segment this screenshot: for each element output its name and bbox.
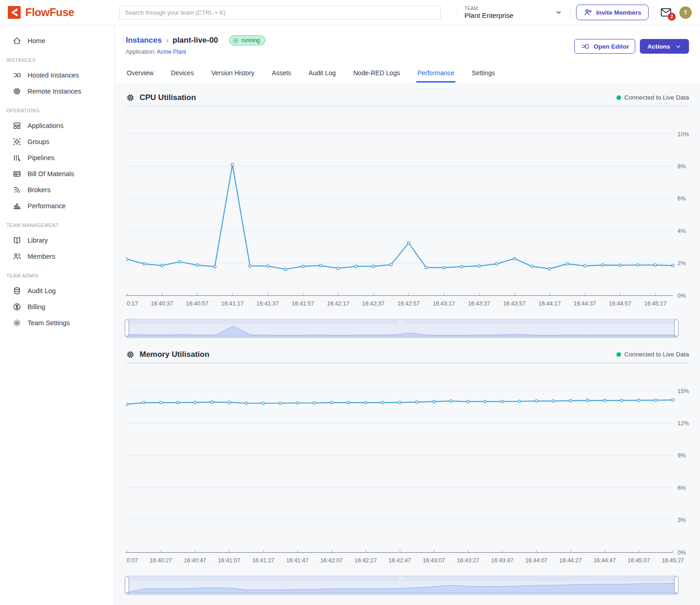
tab-node-red-logs[interactable]: Node-RED Logs	[353, 65, 401, 83]
sidebar-item-team-settings[interactable]: Team Settings	[0, 315, 114, 331]
x-axis-tick-label: 16:40:37	[151, 300, 173, 307]
x-axis-tick-label: 16:41:37	[257, 300, 279, 307]
home-icon	[12, 36, 22, 45]
memory-zoom-handle-right[interactable]	[674, 577, 678, 593]
data-point-marker	[284, 268, 287, 271]
tab-overview[interactable]: Overview	[126, 65, 154, 83]
brokers-icon	[12, 185, 22, 194]
notifications-button[interactable]: 2	[660, 7, 672, 17]
y-axis-tick-label: 0%	[678, 549, 686, 556]
data-point-marker	[636, 264, 639, 266]
sidebar-item-members[interactable]: Members	[0, 248, 114, 264]
notification-badge: 2	[668, 13, 676, 21]
x-axis-tick-label: 16:43:57	[503, 300, 526, 307]
data-point-marker	[433, 400, 436, 403]
y-axis-tick-label: 4%	[678, 228, 686, 234]
sidebar-item-hosted-instances[interactable]: Hosted Instances	[0, 67, 114, 83]
invite-members-button[interactable]: Invite Members	[576, 5, 649, 20]
running-icon	[233, 38, 239, 44]
x-axis-tick-label: 16:44:17	[538, 300, 561, 307]
data-point-marker	[548, 267, 551, 270]
application-link[interactable]: Acme Plant	[157, 49, 186, 55]
data-point-marker	[398, 401, 401, 404]
tab-settings[interactable]: Settings	[471, 65, 496, 83]
memory-zoom-slider[interactable]	[127, 576, 677, 595]
cpu-section-header: CPU Utilisation Connected to Live Data	[126, 89, 689, 106]
y-axis-tick-label: 8%	[678, 163, 686, 170]
sidebar-item-remote-instances[interactable]: Remote Instances	[0, 83, 114, 99]
flowfuse-logo[interactable]: FlowFuse	[7, 6, 114, 19]
tab-assets[interactable]: Assets	[271, 65, 292, 83]
x-axis-tick-label: 16:43:07	[423, 557, 445, 564]
sidebar-item-audit-log[interactable]: Audit Log	[0, 283, 114, 299]
y-axis-tick-label: 6%	[678, 485, 686, 491]
data-point-marker	[638, 399, 640, 402]
x-axis-tick-label: 16:42:57	[398, 300, 420, 307]
data-point-marker	[535, 400, 538, 402]
data-point-marker	[586, 399, 589, 402]
sidebar-item-label: Members	[28, 253, 55, 260]
sidebar-item-home[interactable]: Home	[0, 33, 114, 49]
sidebar-item-groups[interactable]: Groups	[0, 133, 114, 150]
chevron-down-icon	[554, 8, 563, 17]
sidebar-item-applications[interactable]: Applications	[0, 117, 114, 133]
memory-zoom-grip[interactable]	[127, 576, 676, 581]
data-point-marker	[484, 400, 487, 403]
sidebar-item-library[interactable]: Library	[0, 232, 114, 248]
x-axis-tick-label: 16:45:17	[644, 300, 666, 307]
y-axis-tick-label: 9%	[678, 452, 686, 459]
memory-zoom-handle-left[interactable]	[125, 577, 129, 593]
data-point-marker	[619, 264, 622, 266]
search-input[interactable]	[119, 6, 441, 20]
data-point-marker	[178, 261, 181, 263]
cpu-zoom-handle-left[interactable]	[125, 320, 129, 336]
sidebar-item-label: Hosted Instances	[28, 72, 79, 79]
tab-version-history[interactable]: Version History	[210, 65, 255, 83]
performance-icon	[12, 201, 22, 211]
sidebar-item-label: Home	[28, 37, 45, 44]
x-axis-tick-label: 16:43:27	[457, 557, 479, 564]
team-selector[interactable]: TEAM: Plant Enterprise	[463, 5, 565, 20]
memory-section-header: Memory Utilisation Connected to Live Dat…	[126, 346, 689, 363]
sidebar-item-pipelines[interactable]: Pipelines	[0, 150, 114, 166]
avatar[interactable]: fl	[679, 6, 692, 19]
cpu-zoom-handle-right[interactable]	[674, 320, 678, 336]
tab-audit-log[interactable]: Audit Log	[308, 65, 336, 83]
x-axis-tick-label: 16:42:17	[327, 300, 349, 307]
data-point-marker	[319, 264, 322, 267]
sidebar-item-label: Team Settings	[28, 319, 70, 327]
applications-icon	[12, 121, 22, 130]
y-axis-tick-label: 0%	[678, 293, 686, 299]
cpu-zoom-grip[interactable]	[127, 319, 676, 324]
sidebar-item-label: Applications	[28, 122, 63, 129]
x-axis-tick-label: 16:44:37	[574, 300, 596, 307]
open-editor-button[interactable]: Open Editor	[574, 39, 635, 54]
cpu-live-status-label: Connected to Live Data	[624, 94, 689, 101]
cpu-zoom-slider[interactable]	[127, 319, 677, 338]
data-point-marker	[672, 264, 674, 267]
breadcrumb-instances-link[interactable]: Instances	[126, 36, 162, 45]
tab-performance[interactable]: Performance	[416, 65, 455, 83]
sidebar-item-bill-of-materials[interactable]: Bill Of Materials	[0, 166, 114, 182]
x-axis-tick-label: 16:42:37	[362, 300, 385, 307]
live-dot-icon	[616, 95, 621, 100]
actions-button[interactable]: Actions	[640, 39, 689, 54]
data-point-marker	[655, 399, 657, 402]
x-axis-tick-label: 16:40:57	[186, 300, 208, 307]
sidebar-item-label: Bill Of Materials	[28, 170, 74, 178]
sidebar-item-billing[interactable]: Billing	[0, 299, 114, 315]
top-header: FlowFuse TEAM: Plant Enterprise Invite M…	[0, 0, 700, 25]
cpu-zoom-preview	[127, 324, 676, 336]
x-axis-tick-label: 16:41:27	[252, 557, 274, 564]
memory-live-status: Connected to Live Data	[616, 351, 689, 358]
audit-log-icon	[12, 286, 22, 295]
library-icon	[12, 236, 22, 245]
data-point-marker	[603, 399, 606, 402]
sidebar-item-performance[interactable]: Performance	[0, 198, 114, 214]
pipelines-icon	[12, 153, 22, 162]
tab-devices[interactable]: Devices	[170, 65, 195, 83]
sidebar-section-instances: INSTANCES	[0, 49, 114, 67]
sidebar-item-brokers[interactable]: Brokers	[0, 182, 114, 198]
invite-members-label: Invite Members	[596, 9, 641, 16]
sidebar-item-label: Library	[28, 237, 48, 244]
